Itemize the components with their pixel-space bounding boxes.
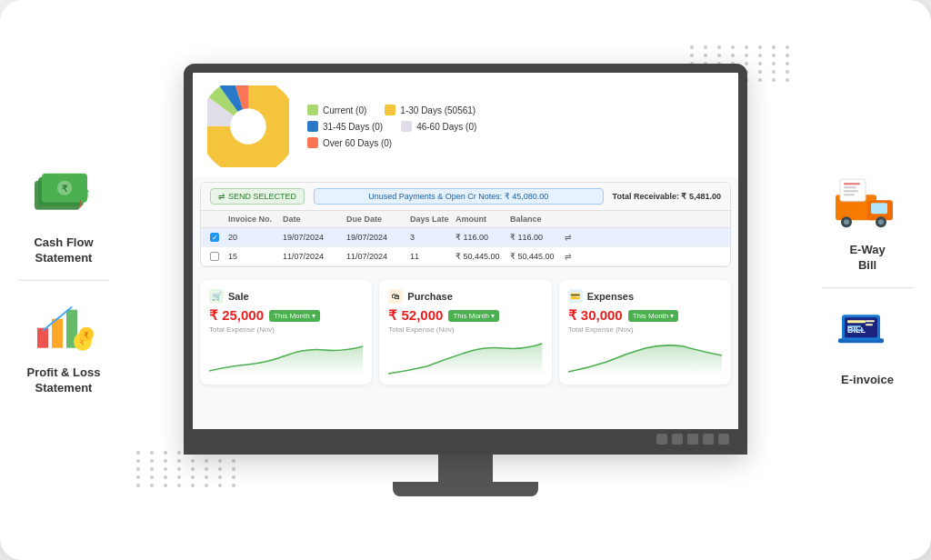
col-action xyxy=(565,215,583,224)
eway-bill-label: E-Way Bill xyxy=(849,243,885,274)
svg-rect-37 xyxy=(847,325,861,327)
expenses-amount: ₹ 30,000 xyxy=(568,307,623,324)
legend-dot-1-30 xyxy=(385,105,395,115)
purchase-card: 🛍 Purchase ₹ 52,000 This Month ▾ Total E… xyxy=(379,280,551,385)
legend-label-over-60: Over 60 Days (0) xyxy=(323,138,392,148)
sidebar-item-cash-flow[interactable]: ₹ ↓ ↑ Cash Flow Statement xyxy=(27,165,100,266)
sidebar-item-einvoice[interactable]: BILL E-invoice xyxy=(831,302,904,388)
right-sidebar: E-Way Bill BILL xyxy=(822,172,913,388)
expenses-amount-row: ₹ 30,000 This Month ▾ xyxy=(568,307,722,324)
legend-dot-46-60 xyxy=(401,121,412,132)
profit-loss-icon-wrapper: ₹ ₹ xyxy=(27,295,100,358)
sidebar-divider-1 xyxy=(18,280,109,281)
table-header: Invoice No. Date Due Date Days Late Amou… xyxy=(201,211,730,228)
sale-sub: Total Expense (Nov) xyxy=(209,325,363,334)
svg-text:↓: ↓ xyxy=(77,195,84,209)
row-1-checkbox[interactable]: ✓ xyxy=(210,233,219,242)
row-2-amount: ₹ 50,445.00 xyxy=(455,252,510,261)
svg-point-19 xyxy=(230,108,266,145)
col-balance: Balance xyxy=(510,215,565,224)
send-selected-button[interactable]: ⇌ SEND SELECTED xyxy=(210,188,305,205)
row-1-balance: ₹ 116.00 xyxy=(510,233,565,242)
expenses-card-icon: 💳 xyxy=(568,289,583,304)
cash-flow-icon-wrapper: ₹ ↓ ↑ xyxy=(27,165,100,228)
pie-chart xyxy=(207,85,289,167)
row-2-action[interactable]: ⇌ xyxy=(565,252,583,261)
legend-item-1-30: 1-30 Days (50561) xyxy=(385,105,476,115)
legend-item-over-60: Over 60 Days (0) xyxy=(307,137,392,148)
expenses-card-title: Expenses xyxy=(587,291,634,302)
legend-row-1: Current (0) 1-30 Days (50561) xyxy=(307,105,724,115)
expenses-badge-chevron: ▾ xyxy=(670,312,674,320)
expenses-badge-label: This Month xyxy=(633,312,669,320)
screen-bottom-bar xyxy=(193,429,738,449)
row-1-invoice: 20 xyxy=(228,233,283,242)
col-check xyxy=(210,215,228,224)
svg-rect-40 xyxy=(866,324,873,325)
monitor-screen: Current (0) 1-30 Days (50561) 31-45 Days… xyxy=(184,64,747,455)
send-icon: ⇌ xyxy=(218,192,225,201)
purchase-card-title: Purchase xyxy=(407,291,453,302)
svg-point-26 xyxy=(878,219,884,225)
svg-text:₹: ₹ xyxy=(62,183,68,193)
svg-rect-28 xyxy=(844,183,860,185)
eway-icon-wrapper xyxy=(831,172,904,235)
legend-item-31-45: 31-45 Days (0) xyxy=(307,121,383,132)
total-receivable-label: Total Receivable: ₹ 5,481.00 xyxy=(613,192,721,201)
bottom-cards: 🛒 Sale ₹ 25,000 This Month ▾ Total Expen… xyxy=(193,273,738,392)
purchase-badge-chevron: ▾ xyxy=(491,312,495,320)
einvoice-label: E-invoice xyxy=(841,373,894,388)
sidebar-divider-2 xyxy=(822,287,913,288)
row-2-due-date: 11/07/2024 xyxy=(346,252,410,261)
legend-label-46-60: 46-60 Days (0) xyxy=(416,122,476,132)
svg-rect-30 xyxy=(844,190,858,192)
svg-text:↑: ↑ xyxy=(85,185,91,199)
row-2-days-late: 11 xyxy=(410,252,455,261)
sale-mini-chart xyxy=(209,339,363,375)
sale-amount: ₹ 25,000 xyxy=(209,307,264,324)
svg-rect-29 xyxy=(844,186,856,188)
svg-rect-39 xyxy=(866,320,875,322)
legend-dot-31-45 xyxy=(307,121,318,132)
row-1-date: 19/07/2024 xyxy=(283,233,346,242)
svg-text:₹: ₹ xyxy=(84,331,89,340)
svg-rect-7 xyxy=(37,328,48,348)
table-row: ✓ 20 19/07/2024 19/07/2024 3 ₹ 116.00 ₹ … xyxy=(201,228,730,247)
svg-rect-35 xyxy=(847,320,866,323)
row-2-checkbox[interactable] xyxy=(210,252,219,261)
row-1-action[interactable]: ⇌ xyxy=(565,233,583,242)
screen-bottom-icon-1 xyxy=(656,434,667,445)
sale-card-title: Sale xyxy=(228,291,249,302)
expenses-sub: Total Expense (Nov) xyxy=(568,325,722,334)
legend-row-2: 31-45 Days (0) 46-60 Days (0) xyxy=(307,121,724,132)
sidebar-item-eway-bill[interactable]: E-Way Bill xyxy=(831,172,904,274)
col-date: Date xyxy=(283,215,346,224)
purchase-amount-row: ₹ 52,000 This Month ▾ xyxy=(388,307,542,324)
expenses-badge: This Month ▾ xyxy=(628,310,679,322)
left-sidebar: ₹ ↓ ↑ Cash Flow Statement xyxy=(18,165,109,396)
top-section: Current (0) 1-30 Days (50561) 31-45 Days… xyxy=(193,73,738,176)
legend-item-46-60: 46-60 Days (0) xyxy=(401,121,476,132)
row-1-days-late: 3 xyxy=(410,233,455,242)
expenses-card-header: 💳 Expenses xyxy=(568,289,722,304)
einvoice-icon-wrapper: BILL xyxy=(831,302,904,365)
screen-bottom-icon-5 xyxy=(718,434,729,445)
purchase-badge: This Month ▾ xyxy=(448,310,499,322)
table-row: 15 11/07/2024 11/07/2024 11 ₹ 50,445.00 … xyxy=(201,247,730,266)
purchase-sub: Total Expense (Nov) xyxy=(388,325,542,334)
expenses-card: 💳 Expenses ₹ 30,000 This Month ▾ Total E… xyxy=(559,280,731,385)
legend-dot-over-60 xyxy=(307,137,318,148)
svg-rect-22 xyxy=(871,203,887,214)
send-btn-label: SEND SELECTED xyxy=(228,192,296,201)
sale-card: 🛒 Sale ₹ 25,000 This Month ▾ Total Expen… xyxy=(200,280,372,385)
sidebar-item-profit-loss[interactable]: ₹ ₹ Profit & Loss Statement xyxy=(27,295,101,396)
screen-content: Current (0) 1-30 Days (50561) 31-45 Days… xyxy=(193,73,738,449)
legend-dot-current xyxy=(307,105,318,115)
monitor-stand-base xyxy=(393,482,538,496)
svg-rect-31 xyxy=(844,194,855,195)
check-mark: ✓ xyxy=(212,234,218,242)
cash-flow-label: Cash Flow Statement xyxy=(34,235,93,266)
legend-row-3: Over 60 Days (0) xyxy=(307,137,724,148)
legend-label-31-45: 31-45 Days (0) xyxy=(323,122,383,132)
row-2-invoice: 15 xyxy=(228,252,283,261)
